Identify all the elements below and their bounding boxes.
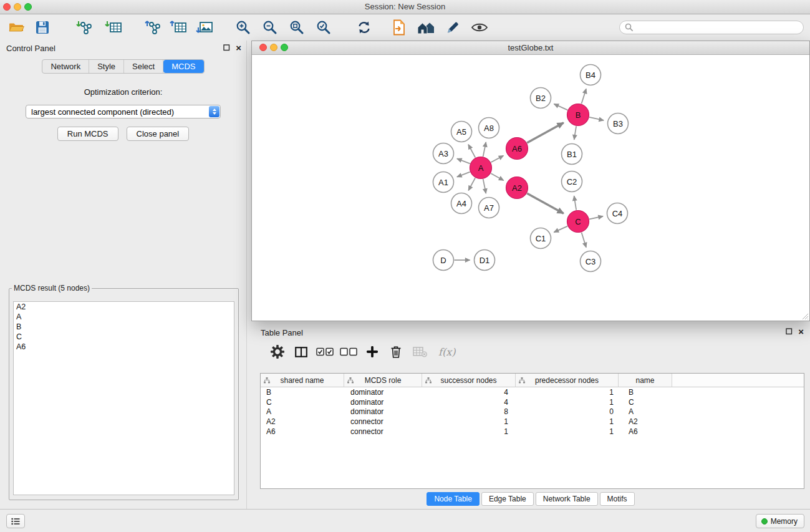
zoom-selected-button[interactable] bbox=[314, 17, 334, 37]
close-panel-button[interactable]: Close panel bbox=[127, 127, 190, 141]
edge-C-C3[interactable] bbox=[582, 233, 586, 248]
column-header-shared-name[interactable]: shared name bbox=[261, 374, 344, 387]
tab-select[interactable]: Select bbox=[124, 60, 163, 73]
tab-mcds[interactable]: MCDS bbox=[163, 60, 203, 73]
node-B1[interactable]: B1 bbox=[562, 144, 582, 165]
edge-B-B2[interactable] bbox=[554, 104, 567, 110]
node-D[interactable]: D bbox=[433, 250, 454, 271]
import-table-button[interactable] bbox=[104, 17, 123, 37]
node-A6[interactable]: A6 bbox=[506, 138, 528, 160]
float-table-panel-icon[interactable] bbox=[786, 328, 793, 335]
export-table-button[interactable] bbox=[168, 17, 188, 37]
export-network-button[interactable] bbox=[142, 17, 162, 37]
node-B[interactable]: B bbox=[567, 104, 589, 126]
network-canvas[interactable]: B4B2BB3A5A8A6B1A3AC2A1A2A4A7C4CC1C3DD1 bbox=[252, 54, 809, 321]
browser-home-button[interactable] bbox=[416, 17, 436, 37]
node-A5[interactable]: A5 bbox=[451, 122, 472, 142]
node-A4[interactable]: A4 bbox=[451, 193, 472, 214]
annotation-pen-button[interactable] bbox=[443, 17, 463, 37]
table-row[interactable]: Cdominator41C bbox=[261, 397, 804, 407]
export-image-button[interactable] bbox=[195, 17, 215, 37]
column-header-successor-nodes[interactable]: successor nodes bbox=[422, 374, 516, 387]
node-C2[interactable]: C2 bbox=[562, 172, 582, 192]
deselect-all-rows-button[interactable] bbox=[340, 343, 357, 360]
mcds-result-item[interactable]: A bbox=[14, 312, 234, 322]
search-field[interactable] bbox=[619, 21, 804, 34]
run-mcds-button[interactable]: Run MCDS bbox=[57, 127, 118, 141]
table-row[interactable]: A6connector11A6 bbox=[261, 427, 804, 437]
edge-A2-C[interactable] bbox=[527, 193, 564, 213]
edge-A-A6[interactable] bbox=[491, 156, 503, 163]
mcds-result-item[interactable]: A2 bbox=[14, 302, 234, 312]
task-history-button[interactable] bbox=[6, 514, 25, 528]
network-zoom-button[interactable] bbox=[281, 44, 288, 51]
zoom-fit-button[interactable] bbox=[287, 17, 307, 37]
edge-A6-B[interactable] bbox=[527, 123, 564, 143]
node-C1[interactable]: C1 bbox=[531, 228, 551, 249]
memory-button[interactable]: Memory bbox=[756, 514, 804, 528]
close-panel-icon[interactable]: × bbox=[236, 44, 241, 51]
save-session-button[interactable] bbox=[32, 17, 52, 37]
open-session-button[interactable] bbox=[6, 17, 26, 37]
node-B3[interactable]: B3 bbox=[608, 114, 629, 134]
export-document-button[interactable] bbox=[389, 17, 409, 37]
show-graphics-details-button[interactable] bbox=[470, 17, 489, 37]
network-minimize-button[interactable] bbox=[270, 44, 277, 51]
tab-edge-table[interactable]: Edge Table bbox=[481, 492, 534, 506]
node-A[interactable]: A bbox=[470, 157, 492, 179]
tab-network[interactable]: Network bbox=[42, 60, 89, 73]
mcds-result-item[interactable]: C bbox=[14, 332, 234, 342]
tab-node-table[interactable]: Node Table bbox=[427, 492, 480, 506]
column-header-mcds-role[interactable]: MCDS role bbox=[344, 374, 422, 387]
node-A1[interactable]: A1 bbox=[433, 172, 454, 193]
delete-table-button[interactable] bbox=[411, 343, 428, 360]
import-network-button[interactable] bbox=[75, 17, 95, 37]
node-B4[interactable]: B4 bbox=[581, 65, 601, 85]
node-C3[interactable]: C3 bbox=[581, 251, 601, 272]
float-panel-icon[interactable] bbox=[223, 44, 230, 51]
node-A2[interactable]: A2 bbox=[506, 177, 528, 199]
node-A7[interactable]: A7 bbox=[479, 198, 499, 218]
edge-A-A7[interactable] bbox=[483, 179, 486, 193]
show-columns-button[interactable] bbox=[292, 343, 310, 360]
function-builder-button[interactable]: f(x) bbox=[438, 346, 455, 358]
edge-C-C4[interactable] bbox=[589, 216, 603, 220]
edge-B-B1[interactable] bbox=[574, 126, 576, 140]
table-row[interactable]: Adominator80A bbox=[261, 407, 804, 417]
edge-C-C2[interactable] bbox=[574, 196, 577, 210]
tab-network-table[interactable]: Network Table bbox=[536, 492, 598, 506]
edge-A-A5[interactable] bbox=[468, 145, 475, 158]
table-row[interactable]: Bdominator41B bbox=[261, 387, 804, 397]
network-close-button[interactable] bbox=[259, 44, 267, 51]
select-all-rows-button[interactable] bbox=[316, 343, 334, 360]
edge-A-A3[interactable] bbox=[457, 158, 470, 163]
column-header-name[interactable]: name bbox=[619, 374, 672, 387]
resize-grip-icon[interactable] bbox=[801, 312, 809, 320]
zoom-out-button[interactable] bbox=[260, 17, 280, 37]
node-C[interactable]: C bbox=[567, 211, 589, 233]
add-column-button[interactable] bbox=[364, 343, 381, 360]
tab-style[interactable]: Style bbox=[89, 60, 124, 73]
edge-B-B4[interactable] bbox=[582, 89, 586, 104]
edge-A-A2[interactable] bbox=[491, 173, 503, 180]
edge-B-B3[interactable] bbox=[589, 117, 604, 120]
node-B2[interactable]: B2 bbox=[531, 88, 551, 109]
edge-A-A4[interactable] bbox=[468, 178, 475, 190]
edge-C-C1[interactable] bbox=[554, 226, 567, 233]
edge-A-A8[interactable] bbox=[483, 142, 486, 157]
delete-column-button[interactable] bbox=[387, 343, 405, 360]
edge-A-A1[interactable] bbox=[457, 172, 470, 177]
node-C4[interactable]: C4 bbox=[607, 203, 628, 224]
mcds-result-item[interactable]: A6 bbox=[14, 342, 234, 352]
table-settings-button[interactable] bbox=[269, 343, 286, 360]
apply-layout-button[interactable] bbox=[354, 17, 374, 37]
close-table-panel-icon[interactable]: × bbox=[798, 328, 804, 335]
zoom-in-button[interactable] bbox=[233, 17, 253, 37]
node-A8[interactable]: A8 bbox=[479, 118, 499, 138]
search-input[interactable] bbox=[637, 22, 798, 33]
node-A3[interactable]: A3 bbox=[433, 143, 454, 164]
table-row[interactable]: A2connector11A2 bbox=[261, 417, 804, 427]
node-D1[interactable]: D1 bbox=[475, 250, 495, 271]
mcds-result-item[interactable]: B bbox=[14, 322, 234, 332]
tab-motifs[interactable]: Motifs bbox=[600, 492, 635, 506]
